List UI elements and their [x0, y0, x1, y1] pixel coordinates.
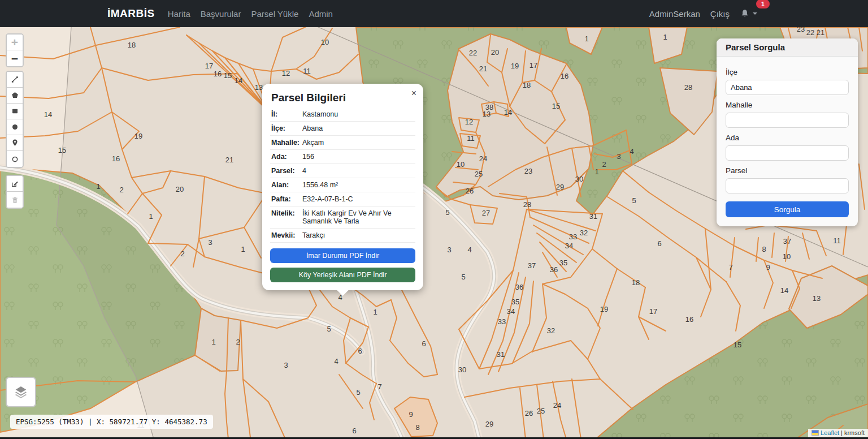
draw-marker-button[interactable]	[7, 135, 23, 151]
marker-icon	[11, 139, 19, 147]
parcel-label: 20	[176, 185, 184, 193]
draw-circlemarker-button[interactable]	[7, 151, 23, 167]
vendor-label: krmsoft	[844, 429, 865, 436]
nav-link-0[interactable]: Harita	[163, 9, 196, 19]
field-input-0[interactable]	[726, 80, 849, 95]
koy-pdf-button[interactable]: Köy Yerleşik Alanı PDF İndir	[270, 268, 415, 282]
parcel-label: 3	[617, 152, 620, 161]
parcel-label: 30	[575, 175, 583, 183]
parcel-label: 13	[813, 294, 821, 303]
circlemarker-icon	[11, 155, 19, 163]
draw-polyline-button[interactable]	[7, 72, 23, 88]
zoom-out-icon: −	[11, 53, 18, 64]
draw-polygon-button[interactable]	[7, 88, 23, 104]
parcel-label: 35	[511, 298, 519, 306]
imar-pdf-button[interactable]: İmar Durumu PDF İndir	[270, 248, 415, 263]
parcel-label: 29	[556, 183, 564, 191]
parcel-label: 15	[224, 71, 232, 80]
parcel-label: 12	[465, 118, 473, 126]
parcel-query-panel: Parsel Sorgula İlçeMahalleAdaParselSorgu…	[717, 38, 858, 226]
parcel-label: 16	[685, 315, 693, 324]
row-label: Mevkii:	[271, 231, 302, 239]
parcel-label: 8	[415, 423, 419, 432]
draw-toolbar	[6, 71, 24, 168]
row-value: Kastamonu	[302, 110, 414, 118]
zoom-control: + −	[6, 33, 24, 67]
field-input-3[interactable]	[726, 178, 849, 193]
delete-icon	[11, 196, 19, 204]
notifications-button[interactable]: 1	[735, 9, 761, 18]
parcel-label: 1	[211, 338, 215, 346]
parcel-label: 36	[515, 283, 523, 291]
nav-link-3[interactable]: Admin	[303, 9, 338, 19]
parcel-label: 13	[483, 110, 491, 118]
field-input-2[interactable]	[726, 145, 849, 161]
parcel-label: 28	[523, 200, 531, 209]
draw-rectangle-button[interactable]	[7, 104, 23, 119]
panel-title: Parsel Sorgula	[717, 38, 858, 57]
leaflet-link[interactable]: Leaflet	[821, 429, 839, 436]
nav-link-1[interactable]: Başvurular	[196, 9, 246, 19]
sorgula-button[interactable]: Sorgula	[726, 201, 849, 217]
parcel-label: 30	[458, 365, 466, 374]
parcel-label: 18	[523, 81, 531, 89]
parcel-label: 6	[657, 239, 661, 248]
parcel-label: 19	[600, 305, 608, 313]
parcel-label: 1	[584, 35, 588, 43]
parcel-info-row: Alan:1556.48 m²	[270, 178, 415, 192]
parcel-label: 2	[602, 160, 606, 169]
edit-layers-button[interactable]	[7, 176, 23, 192]
nav-link-2[interactable]: Parsel Yükle	[246, 9, 303, 19]
parcel-label: 34	[565, 242, 573, 250]
draw-circle-button[interactable]	[7, 119, 23, 135]
edit-icon	[10, 179, 19, 188]
parcel-label: 9	[409, 410, 413, 419]
row-value: İki Katlı Kargir Ev Ve Ahır Ve Samanlık …	[302, 209, 414, 225]
field-input-1[interactable]	[726, 113, 849, 128]
parcel-label: 14	[44, 110, 52, 119]
close-icon[interactable]: ×	[411, 89, 416, 98]
parcel-label: 1	[663, 33, 667, 41]
zoom-in-button[interactable]: +	[7, 35, 23, 50]
parcel-label: 22	[469, 49, 477, 57]
attribution-separator: |	[841, 429, 843, 436]
zoom-out-button[interactable]: −	[7, 50, 23, 66]
popup-title: Parsel Bilgileri	[271, 92, 415, 104]
parcel-info-popup: Parsel Bilgileri × İl:Kastamonuİlçe:Aban…	[262, 84, 423, 290]
parcel-label: 3	[284, 361, 288, 369]
parcel-label: 16	[561, 72, 568, 80]
parcel-label: 1	[149, 212, 153, 221]
parcel-label: 5	[461, 273, 465, 281]
parcel-info-row: Pafta:E32-A-07-B-1-C	[270, 192, 415, 206]
top-navbar: İMARBİS HaritaBaşvurularParsel YükleAdmi…	[0, 0, 868, 27]
parcel-label: 33	[498, 317, 506, 326]
parcel-info-row: Nitelik:İki Katlı Kargir Ev Ve Ahır Ve S…	[270, 206, 415, 229]
bell-icon	[740, 9, 749, 18]
parcel-label: 17	[205, 62, 213, 70]
nav-user[interactable]: AdminSerkan	[644, 9, 705, 19]
row-label: Mahalle:	[271, 139, 302, 147]
app-logo[interactable]: İMARBİS	[107, 7, 155, 20]
parcel-label: 26	[525, 409, 533, 418]
nav-menu: HaritaBaşvurularParsel YükleAdmin	[163, 9, 338, 19]
parcel-label: 6	[358, 347, 362, 355]
parcel-info-row: Parsel:4	[270, 164, 415, 178]
parcel-info-row: İlçe:Abana	[270, 122, 415, 136]
parcel-label: 10	[783, 252, 791, 261]
parcel-label: 5	[445, 208, 449, 217]
logout-link[interactable]: Çıkış	[705, 9, 735, 19]
parcel-label: 20	[491, 48, 499, 57]
parcel-label: 5	[356, 388, 360, 397]
row-value: 156	[302, 153, 414, 161]
parcel-label: 29	[485, 420, 493, 428]
parcel-info-table: İl:Kastamonuİlçe:AbanaMahalle:AkçamAda:1…	[270, 107, 415, 243]
parcel-label: 35	[559, 259, 567, 267]
delete-layers-button[interactable]	[7, 192, 23, 208]
notification-badge: 1	[756, 0, 770, 8]
parcel-label: 31	[589, 212, 597, 221]
parcel-label: 16	[214, 70, 222, 78]
row-value: Tarakçı	[302, 231, 414, 239]
circle-icon	[11, 123, 19, 131]
layers-control-button[interactable]	[6, 377, 36, 407]
parcel-label: 7	[377, 382, 381, 391]
